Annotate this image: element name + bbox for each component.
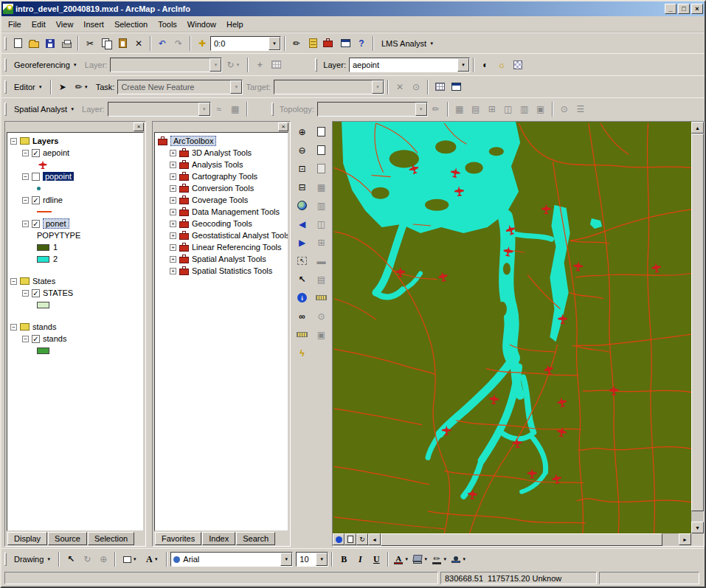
italic-button[interactable]: I (352, 551, 368, 567)
panel-splitter[interactable] (146, 121, 152, 547)
toolbox-panel-header[interactable]: × (153, 122, 290, 132)
expander-icon[interactable]: − (10, 278, 17, 285)
expander-icon[interactable]: + (170, 150, 176, 156)
titlebar[interactable]: intro_devel_20040819.mxd - ArcMap - ArcI… (1, 1, 705, 16)
contrast-button[interactable]: ◐ (477, 57, 494, 73)
toc-symbol-popoint[interactable] (7, 182, 143, 194)
toc-symbol-states[interactable] (7, 299, 143, 311)
toc-symbol-aepoint[interactable] (7, 159, 143, 170)
map-canvas[interactable] (333, 122, 691, 533)
line-color-button[interactable]: ✏ ▼ (430, 553, 449, 566)
marker-color-button[interactable]: ▼ (449, 555, 468, 564)
add-data-button[interactable]: ✚ (194, 35, 210, 52)
tab-source[interactable]: Source (48, 532, 87, 545)
split-tool-button[interactable]: ✕ (392, 79, 408, 95)
viewer-window-button[interactable] (313, 160, 330, 177)
expander-icon[interactable]: − (22, 336, 29, 342)
dataframe-label[interactable]: States (32, 277, 55, 286)
aepoint-checkbox[interactable]: ✓ (32, 149, 40, 157)
measure-button[interactable] (294, 326, 311, 343)
layer-label[interactable]: ponet (43, 218, 69, 229)
layer-label[interactable]: rdline (43, 196, 63, 204)
toolbox-item[interactable]: +3D Analyst Tools (155, 147, 288, 159)
toolbar-grip[interactable] (315, 58, 317, 72)
target-dropdown[interactable]: ▼ (372, 80, 384, 94)
whats-this-help-button[interactable]: ? (353, 35, 370, 52)
toc-ponet-class-1[interactable]: 1 (7, 241, 143, 253)
task-combo[interactable]: Create New Feature ▼ (117, 80, 243, 94)
toc-panel-header[interactable]: × (5, 122, 145, 132)
topology-tool-button[interactable]: ⊞ (484, 101, 500, 117)
zoom-to-layer-button[interactable]: ▥ (313, 197, 330, 214)
spatial-analyst-menu-button[interactable]: Spatial Analyst ▼ (10, 103, 79, 115)
extent-window-button[interactable]: ⊞ (313, 234, 330, 251)
topology-dropdown[interactable]: ▼ (415, 103, 427, 116)
previous-extent-button[interactable]: ◀ (294, 215, 311, 232)
task-dropdown[interactable]: ▼ (230, 80, 242, 94)
scroll-right-button[interactable]: ► (679, 533, 691, 545)
menu-window[interactable]: Window (182, 18, 221, 31)
redo-button[interactable]: ↷ (170, 35, 187, 52)
toolbar-grip[interactable] (4, 553, 7, 566)
undo-button[interactable]: ↶ (154, 35, 170, 52)
font-size-dropdown[interactable]: ▼ (316, 553, 328, 566)
data-view-button[interactable] (333, 533, 345, 545)
select-elements-button[interactable]: ↖ (63, 551, 79, 567)
toolbox-item[interactable]: +Analysis Tools (155, 159, 288, 170)
tab-favorites[interactable]: Favorites (155, 532, 201, 545)
toolbox-item[interactable]: +Coverage Tools (155, 194, 288, 206)
toolbox-item[interactable]: +Spatial Statistics Tools (155, 265, 288, 277)
expander-icon[interactable]: + (170, 197, 176, 204)
toolbox-root[interactable]: ArcToolbox (155, 135, 288, 147)
toc-layer-popoint[interactable]: − popoint (7, 170, 143, 182)
topology-tool-button[interactable]: ▥ (516, 101, 533, 117)
effects-layer-combo[interactable]: aepoint ▼ (349, 58, 470, 72)
menu-file[interactable]: File (3, 18, 27, 31)
scroll-down-button[interactable]: ▼ (691, 522, 704, 533)
view-link-table-button[interactable] (268, 57, 284, 73)
zoom-to-selected-button[interactable]: ▦ (313, 179, 330, 196)
toc-close-button[interactable]: × (134, 122, 144, 131)
toolset-label[interactable]: Analysis Tools (192, 160, 243, 169)
fixed-zoom-out-button[interactable]: ⊟ (294, 179, 311, 196)
refresh-view-button[interactable]: ↻ (356, 533, 368, 545)
vertical-scroll-thumb[interactable] (691, 134, 704, 511)
toolset-label[interactable]: Spatial Statistics Tools (192, 266, 272, 275)
save-button[interactable] (42, 35, 58, 52)
topology-tool-button[interactable]: ▣ (533, 101, 549, 117)
select-features-button[interactable]: ↖ (294, 252, 311, 269)
zoom-to-element-button[interactable]: ⊕ (95, 551, 111, 567)
toolbox-item[interactable]: +Linear Referencing Tools (155, 241, 288, 253)
toolset-label[interactable]: 3D Analyst Tools (192, 148, 252, 157)
grid-window-button[interactable]: ▤ (313, 271, 330, 288)
toc-layer-aepoint[interactable]: − ✓ aepoint (7, 147, 143, 159)
hyperlink-button[interactable]: ϟ (294, 345, 311, 362)
toc-layer-stands[interactable]: − ✓ stands (7, 333, 143, 345)
layer-label[interactable]: popoint (43, 172, 74, 181)
zoom-in-button[interactable]: ⊕ (294, 123, 311, 140)
fill-color-button[interactable]: ▼ (411, 553, 430, 565)
layer-label[interactable]: STATES (43, 288, 73, 297)
select-elements-button[interactable]: ↖ (294, 271, 311, 288)
transparency-button[interactable] (510, 57, 526, 73)
restore-button[interactable]: □ (678, 4, 690, 14)
toolset-label[interactable]: Coverage Tools (192, 196, 248, 204)
font-size-combo[interactable]: 10 ▼ (296, 552, 328, 567)
scroll-left-button[interactable]: ◄ (368, 533, 381, 545)
topology-edit-button[interactable]: ✏ (428, 101, 444, 117)
sa-layer-combo[interactable]: ▼ (108, 102, 211, 117)
toolbar-grip[interactable] (271, 103, 274, 116)
toolbox-item[interactable]: +Cartography Tools (155, 170, 288, 182)
tab-display[interactable]: Display (7, 532, 47, 545)
close-button[interactable]: × (691, 4, 703, 14)
layer-label[interactable]: stands (43, 334, 66, 343)
tab-selection[interactable]: Selection (88, 532, 134, 545)
ponet-checkbox[interactable]: ✓ (32, 220, 40, 228)
overview-window-button[interactable] (313, 123, 330, 140)
expander-icon[interactable]: − (22, 173, 29, 180)
text-tool-button[interactable]: A▼ (141, 551, 163, 567)
dataframe-label[interactable]: Layers (32, 136, 58, 145)
target-combo[interactable]: ▼ (274, 80, 384, 94)
popoint-checkbox[interactable] (32, 173, 40, 181)
zoom-out-button[interactable]: ⊖ (294, 142, 311, 159)
